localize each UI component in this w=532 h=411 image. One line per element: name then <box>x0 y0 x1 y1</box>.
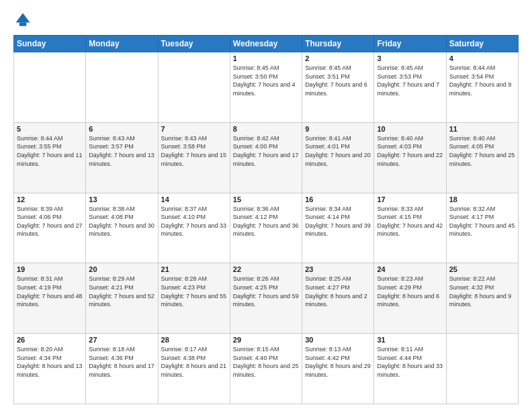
calendar-cell: 6Sunrise: 8:43 AM Sunset: 3:57 PM Daylig… <box>86 122 158 193</box>
calendar-cell: 2Sunrise: 8:45 AM Sunset: 3:51 PM Daylig… <box>302 52 374 123</box>
day-number: 19 <box>17 265 83 273</box>
calendar-cell: 4Sunrise: 8:44 AM Sunset: 3:54 PM Daylig… <box>446 52 518 123</box>
calendar-cell: 5Sunrise: 8:44 AM Sunset: 3:55 PM Daylig… <box>14 122 86 193</box>
day-number: 2 <box>305 54 371 62</box>
calendar-cell <box>446 334 518 404</box>
day-info: Sunrise: 8:38 AM Sunset: 4:08 PM Dayligh… <box>89 205 154 238</box>
day-info: Sunrise: 8:26 AM Sunset: 4:25 PM Dayligh… <box>233 275 299 308</box>
day-info: Sunrise: 8:37 AM Sunset: 4:10 PM Dayligh… <box>161 205 227 238</box>
day-number: 14 <box>161 195 227 203</box>
weekday-header-monday: Monday <box>86 36 158 52</box>
calendar-cell: 27Sunrise: 8:18 AM Sunset: 4:36 PM Dayli… <box>86 334 158 404</box>
logo <box>13 11 35 30</box>
calendar-cell: 12Sunrise: 8:39 AM Sunset: 4:06 PM Dayli… <box>14 193 86 263</box>
calendar-cell: 7Sunrise: 8:43 AM Sunset: 3:58 PM Daylig… <box>158 122 230 193</box>
calendar-week-5: 26Sunrise: 8:20 AM Sunset: 4:34 PM Dayli… <box>14 334 519 404</box>
day-info: Sunrise: 8:43 AM Sunset: 3:58 PM Dayligh… <box>161 134 227 168</box>
weekday-header-thursday: Thursday <box>302 36 374 52</box>
day-number: 17 <box>377 195 443 203</box>
day-number: 23 <box>305 265 371 273</box>
day-info: Sunrise: 8:44 AM Sunset: 3:55 PM Dayligh… <box>17 134 83 168</box>
day-info: Sunrise: 8:41 AM Sunset: 4:01 PM Dayligh… <box>305 134 371 168</box>
day-info: Sunrise: 8:45 AM Sunset: 3:51 PM Dayligh… <box>305 64 371 97</box>
day-info: Sunrise: 8:36 AM Sunset: 4:12 PM Dayligh… <box>233 205 299 238</box>
day-number: 24 <box>377 265 443 273</box>
day-info: Sunrise: 8:45 AM Sunset: 3:53 PM Dayligh… <box>377 64 443 97</box>
calendar-cell: 21Sunrise: 8:28 AM Sunset: 4:23 PM Dayli… <box>158 263 230 334</box>
day-info: Sunrise: 8:29 AM Sunset: 4:21 PM Dayligh… <box>89 275 154 308</box>
day-number: 25 <box>449 265 515 273</box>
calendar-cell: 19Sunrise: 8:31 AM Sunset: 4:19 PM Dayli… <box>14 263 86 334</box>
calendar-cell: 8Sunrise: 8:42 AM Sunset: 4:00 PM Daylig… <box>230 122 302 193</box>
calendar-cell: 31Sunrise: 8:11 AM Sunset: 4:44 PM Dayli… <box>374 334 446 404</box>
day-info: Sunrise: 8:34 AM Sunset: 4:14 PM Dayligh… <box>305 205 371 238</box>
calendar-cell: 17Sunrise: 8:33 AM Sunset: 4:15 PM Dayli… <box>374 193 446 263</box>
calendar-cell: 16Sunrise: 8:34 AM Sunset: 4:14 PM Dayli… <box>302 193 374 263</box>
day-number: 1 <box>233 54 299 62</box>
day-number: 8 <box>233 125 299 133</box>
calendar-cell: 22Sunrise: 8:26 AM Sunset: 4:25 PM Dayli… <box>230 263 302 334</box>
calendar-cell: 13Sunrise: 8:38 AM Sunset: 4:08 PM Dayli… <box>86 193 158 263</box>
weekday-header-wednesday: Wednesday <box>230 36 302 52</box>
calendar-cell: 15Sunrise: 8:36 AM Sunset: 4:12 PM Dayli… <box>230 193 302 263</box>
page: SundayMondayTuesdayWednesdayThursdayFrid… <box>0 0 532 411</box>
day-info: Sunrise: 8:11 AM Sunset: 4:44 PM Dayligh… <box>377 345 443 379</box>
day-number: 10 <box>377 125 443 133</box>
day-info: Sunrise: 8:42 AM Sunset: 4:00 PM Dayligh… <box>233 134 299 168</box>
weekday-header-saturday: Saturday <box>446 36 518 52</box>
calendar-cell: 20Sunrise: 8:29 AM Sunset: 4:21 PM Dayli… <box>86 263 158 334</box>
day-info: Sunrise: 8:15 AM Sunset: 4:40 PM Dayligh… <box>233 345 299 379</box>
calendar-cell: 10Sunrise: 8:40 AM Sunset: 4:03 PM Dayli… <box>374 122 446 193</box>
day-number: 16 <box>305 195 371 203</box>
day-number: 15 <box>233 195 299 203</box>
day-info: Sunrise: 8:43 AM Sunset: 3:57 PM Dayligh… <box>89 134 154 168</box>
day-number: 26 <box>17 336 83 344</box>
day-number: 27 <box>89 336 154 344</box>
calendar-cell: 24Sunrise: 8:23 AM Sunset: 4:29 PM Dayli… <box>374 263 446 334</box>
weekday-header-row: SundayMondayTuesdayWednesdayThursdayFrid… <box>14 36 519 52</box>
day-number: 31 <box>377 336 443 344</box>
day-info: Sunrise: 8:23 AM Sunset: 4:29 PM Dayligh… <box>377 275 443 308</box>
calendar-cell: 28Sunrise: 8:17 AM Sunset: 4:38 PM Dayli… <box>158 334 230 404</box>
calendar-cell <box>86 52 158 123</box>
day-info: Sunrise: 8:32 AM Sunset: 4:17 PM Dayligh… <box>449 205 515 238</box>
day-number: 29 <box>233 336 299 344</box>
svg-rect-1 <box>19 23 27 26</box>
day-number: 3 <box>377 54 443 62</box>
day-number: 5 <box>17 125 83 133</box>
calendar-cell: 1Sunrise: 8:45 AM Sunset: 3:50 PM Daylig… <box>230 52 302 123</box>
calendar-cell: 3Sunrise: 8:45 AM Sunset: 3:53 PM Daylig… <box>374 52 446 123</box>
day-info: Sunrise: 8:28 AM Sunset: 4:23 PM Dayligh… <box>161 275 227 308</box>
calendar-cell: 14Sunrise: 8:37 AM Sunset: 4:10 PM Dayli… <box>158 193 230 263</box>
day-number: 7 <box>161 125 227 133</box>
day-info: Sunrise: 8:45 AM Sunset: 3:50 PM Dayligh… <box>233 64 299 97</box>
day-number: 20 <box>89 265 154 273</box>
day-number: 21 <box>161 265 227 273</box>
day-number: 11 <box>449 125 515 133</box>
calendar-table: SundayMondayTuesdayWednesdayThursdayFrid… <box>13 35 519 404</box>
day-number: 28 <box>161 336 227 344</box>
weekday-header-friday: Friday <box>374 36 446 52</box>
day-info: Sunrise: 8:22 AM Sunset: 4:32 PM Dayligh… <box>449 275 515 308</box>
calendar-cell: 30Sunrise: 8:13 AM Sunset: 4:42 PM Dayli… <box>302 334 374 404</box>
day-info: Sunrise: 8:25 AM Sunset: 4:27 PM Dayligh… <box>305 275 371 308</box>
svg-marker-0 <box>16 13 30 23</box>
day-info: Sunrise: 8:40 AM Sunset: 4:05 PM Dayligh… <box>449 134 515 168</box>
day-info: Sunrise: 8:31 AM Sunset: 4:19 PM Dayligh… <box>17 275 83 308</box>
calendar-week-1: 1Sunrise: 8:45 AM Sunset: 3:50 PM Daylig… <box>14 52 519 123</box>
day-info: Sunrise: 8:13 AM Sunset: 4:42 PM Dayligh… <box>305 345 371 379</box>
calendar-cell: 26Sunrise: 8:20 AM Sunset: 4:34 PM Dayli… <box>14 334 86 404</box>
calendar-week-2: 5Sunrise: 8:44 AM Sunset: 3:55 PM Daylig… <box>14 122 519 193</box>
calendar-cell: 25Sunrise: 8:22 AM Sunset: 4:32 PM Dayli… <box>446 263 518 334</box>
calendar-week-3: 12Sunrise: 8:39 AM Sunset: 4:06 PM Dayli… <box>14 193 519 263</box>
day-number: 22 <box>233 265 299 273</box>
day-info: Sunrise: 8:44 AM Sunset: 3:54 PM Dayligh… <box>449 64 515 97</box>
day-info: Sunrise: 8:39 AM Sunset: 4:06 PM Dayligh… <box>17 205 83 238</box>
header <box>13 11 519 30</box>
day-number: 18 <box>449 195 515 203</box>
day-info: Sunrise: 8:33 AM Sunset: 4:15 PM Dayligh… <box>377 205 443 238</box>
day-number: 4 <box>449 54 515 62</box>
calendar-week-4: 19Sunrise: 8:31 AM Sunset: 4:19 PM Dayli… <box>14 263 519 334</box>
calendar-cell: 18Sunrise: 8:32 AM Sunset: 4:17 PM Dayli… <box>446 193 518 263</box>
day-number: 6 <box>89 125 154 133</box>
